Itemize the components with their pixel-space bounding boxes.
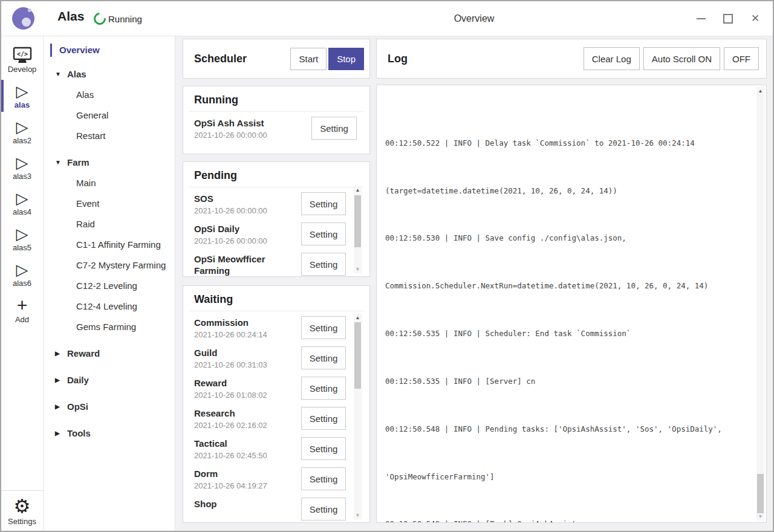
start-button[interactable]: Start <box>290 48 327 70</box>
task-name: Commission <box>194 315 285 328</box>
play-icon <box>16 261 28 278</box>
scheduler-status: Running <box>94 13 142 25</box>
nav-item[interactable]: ▶ OpSi <box>44 396 175 417</box>
nav-list: ▼ Alas Alas General Restart <box>44 63 175 443</box>
instance-rail: </> Develop alas alas2 <box>1 36 44 531</box>
task-row: OpSi Ash Assist 2021-10-26 00:00:00 Sett… <box>194 115 359 146</box>
rail-item-settings[interactable]: Settings <box>1 491 44 531</box>
nav-item-label: Alas <box>76 89 94 100</box>
waiting-title: Waiting <box>183 286 369 311</box>
nav-item[interactable]: ▶ Daily <box>44 369 175 390</box>
rail-item-add[interactable]: Add <box>1 292 44 328</box>
nav-item[interactable]: Raid <box>44 213 175 234</box>
rail-item-instance[interactable]: alas4 <box>1 185 44 221</box>
task-setting-button[interactable]: Setting <box>301 222 346 245</box>
nav-item-label: Restart <box>76 131 105 141</box>
task-row: OpSi Meowfficer Farming Setting <box>194 251 359 277</box>
nav-item[interactable]: General <box>44 105 175 125</box>
nav-item[interactable]: Gems Farming <box>44 316 175 337</box>
task-setting-button[interactable]: Setting <box>301 467 346 490</box>
scroll-down-icon[interactable]: ▼ <box>354 265 362 273</box>
close-icon[interactable]: ✕ <box>750 13 761 24</box>
nav-item-label: Farm <box>67 157 89 167</box>
log-line: 00:12:50.535 | INFO | [Server] cn <box>385 375 750 388</box>
task-setting-button[interactable]: Setting <box>301 346 346 369</box>
task-row: OpSi Daily 2021-10-26 00:00:00 Setting <box>194 221 359 251</box>
nav-item[interactable]: Alas <box>44 84 175 105</box>
expand-arrow-icon: ▼ <box>55 159 67 166</box>
task-name: Reward <box>194 375 285 389</box>
minimize-icon[interactable] <box>695 13 706 24</box>
nav-item-label: Tools <box>67 428 91 438</box>
rail-bottom: Settings <box>1 490 44 531</box>
rail-item-label: alas6 <box>13 279 31 288</box>
nav-item[interactable]: Restart <box>44 125 175 146</box>
waiting-scrollbar[interactable]: ▲ ▼ <box>354 314 362 519</box>
task-row: Shop Setting <box>194 496 359 523</box>
nav-item[interactable]: C1-1 Affinity Farming <box>44 234 175 255</box>
nav-item[interactable]: Event <box>44 193 175 213</box>
task-name: Dorm <box>194 466 285 479</box>
rail-item-develop[interactable]: </> Develop <box>1 42 44 78</box>
running-panel: Running OpSi Ash Assist 2021-10-26 00:00… <box>183 86 370 154</box>
nav-item[interactable]: C12-4 Leveling <box>44 296 175 316</box>
nav-item-label: Daily <box>67 375 89 385</box>
task-setting-button[interactable]: Setting <box>301 498 346 521</box>
pending-scrollbar[interactable]: ▲ ▼ <box>354 186 362 273</box>
log-line: 00:12:50.535 | INFO | Scheduler: End tas… <box>385 328 750 340</box>
task-name: Tactical <box>194 436 285 449</box>
rail-item-instance[interactable]: alas6 <box>1 256 44 292</box>
scrollbar-thumb[interactable] <box>354 195 361 247</box>
scrollbar-thumb[interactable] <box>757 474 764 513</box>
autoscroll-on-button[interactable]: Auto Scroll ON <box>643 47 720 70</box>
rail-item-instance[interactable]: alas3 <box>1 149 44 185</box>
log-line: (target=datetime.datetime(2021, 10, 26, … <box>385 185 750 197</box>
nav-item[interactable]: ▼ Farm <box>44 152 175 172</box>
svg-text:</>: </> <box>16 51 27 57</box>
rail-item-instance[interactable]: alas2 <box>1 114 44 149</box>
task-setting-button[interactable]: Setting <box>301 316 346 339</box>
task-setting-button[interactable]: Setting <box>301 377 346 400</box>
task-row: Tactical 2021-10-26 02:45:50 Setting <box>194 436 359 466</box>
task-row: SOS 2021-10-26 00:00:00 Setting <box>194 191 359 221</box>
task-setting-button[interactable]: Setting <box>301 407 346 430</box>
nav-item[interactable]: ▶ Reward <box>44 343 175 363</box>
task-row: Reward 2021-10-26 01:08:02 Setting <box>194 375 359 406</box>
scroll-down-icon[interactable]: ▼ <box>756 513 764 521</box>
scroll-up-icon[interactable]: ▲ <box>354 314 362 322</box>
nav-item[interactable]: ▶ Tools <box>44 423 175 443</box>
nav-item[interactable]: Main <box>44 172 175 193</box>
rail-item-instance[interactable]: alas <box>1 78 44 114</box>
task-name: SOS <box>194 191 285 204</box>
add-icon <box>17 296 28 314</box>
log-scrollbar[interactable]: ▲ ▼ <box>756 87 764 521</box>
play-icon <box>16 154 28 171</box>
task-setting-button[interactable]: Setting <box>301 437 346 460</box>
rail-item-instance[interactable]: alas5 <box>1 221 44 256</box>
scroll-up-icon[interactable]: ▲ <box>756 87 764 95</box>
autoscroll-off-button[interactable]: OFF <box>724 47 759 70</box>
nav-item-overview[interactable]: Overview <box>44 43 175 57</box>
rail-item-label: Add <box>15 315 29 324</box>
nav-item[interactable]: ▼ Alas <box>44 63 175 84</box>
nav-item[interactable]: C12-2 Leveling <box>44 275 175 296</box>
task-setting-button[interactable]: Setting <box>301 192 346 215</box>
task-name: OpSi Meowfficer Farming <box>194 251 285 276</box>
task-setting-button[interactable]: Setting <box>301 253 346 276</box>
nav-item[interactable]: C7-2 Mystery Farming <box>44 255 175 275</box>
maximize-icon[interactable] <box>723 13 733 24</box>
clear-log-button[interactable]: Clear Log <box>584 47 640 70</box>
nav-item-label: OpSi <box>67 401 88 412</box>
task-row: Research 2021-10-26 02:16:02 Setting <box>194 406 359 436</box>
log-line: 'OpsiMeowfficerFarming'] <box>385 471 750 483</box>
log-line: 00:12:50.522 | INFO | Delay task `Commis… <box>385 137 750 149</box>
scrollbar-thumb[interactable] <box>354 322 361 389</box>
scroll-down-icon[interactable]: ▼ <box>354 511 362 519</box>
instance-list: alas alas2 alas3 alas4 <box>1 78 44 292</box>
active-indicator <box>50 44 52 57</box>
task-setting-button[interactable]: Setting <box>311 117 357 140</box>
stop-button[interactable]: Stop <box>328 48 364 70</box>
scroll-up-icon[interactable]: ▲ <box>354 186 362 194</box>
task-name: Shop <box>194 496 285 510</box>
log-header-panel: Log Clear Log Auto Scroll ON OFF <box>376 39 767 79</box>
